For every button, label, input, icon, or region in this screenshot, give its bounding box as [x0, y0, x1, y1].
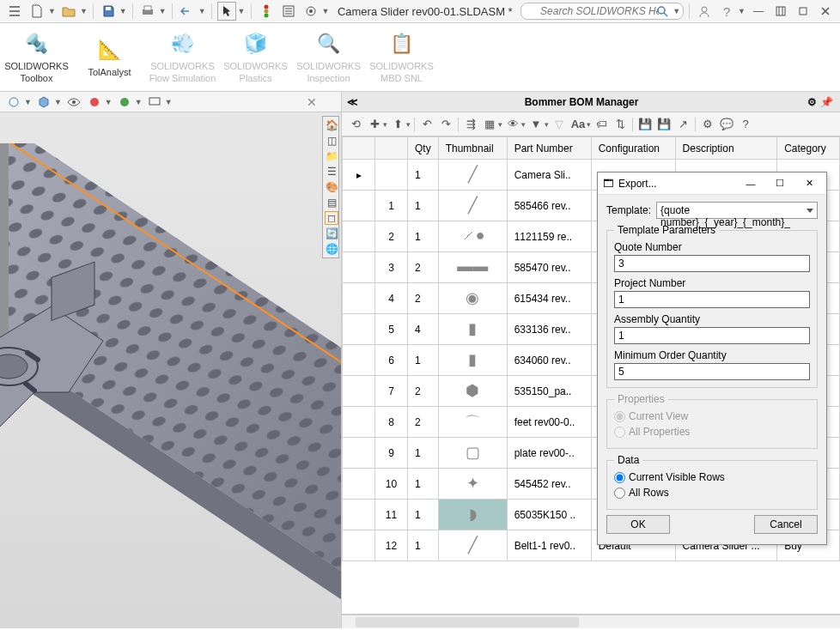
expand-cell[interactable]	[343, 438, 375, 469]
qty-cell[interactable]: 1	[408, 221, 439, 252]
3d-model[interactable]	[0, 143, 341, 624]
expand-cell[interactable]	[343, 500, 375, 530]
ribbon-item[interactable]: 🧊SOLIDWORKS Plastics	[219, 27, 292, 87]
restore-icon[interactable]	[771, 2, 790, 21]
add-icon[interactable]: ✚	[366, 116, 383, 133]
thumbnail-cell[interactable]: ⟋●	[438, 221, 507, 252]
clear-filter-icon[interactable]: ▽	[551, 116, 568, 133]
qty-cell[interactable]: 1	[408, 438, 439, 469]
eye-icon[interactable]	[65, 94, 82, 110]
min-order-qty-input[interactable]	[614, 363, 810, 380]
qty-cell[interactable]: 2	[408, 407, 439, 438]
thumbnail-cell[interactable]: ◉	[438, 283, 507, 314]
new-doc-icon[interactable]	[27, 2, 46, 21]
part-number-cell[interactable]: 535150_pa..	[507, 376, 591, 407]
export-icon[interactable]: ⬆	[389, 116, 406, 133]
undo-icon[interactable]	[178, 2, 197, 21]
dropdown-icon[interactable]: ▼	[48, 7, 56, 15]
dialog-close-icon[interactable]: ✕	[797, 174, 821, 193]
ribbon-item[interactable]: 🔍SOLIDWORKS Inspection	[292, 27, 365, 87]
qty-cell[interactable]: 1	[408, 160, 439, 191]
part-number-cell[interactable]: 634060 rev..	[507, 345, 591, 376]
qty-cell[interactable]: 4	[408, 314, 439, 345]
dropdown-icon[interactable]: ▼	[119, 7, 127, 15]
save-icon[interactable]: 💾	[636, 116, 654, 133]
part-number-cell[interactable]: 65035K150 ..	[507, 500, 591, 530]
chat-icon[interactable]: 💬	[718, 116, 735, 133]
column-header[interactable]: Part Number	[507, 137, 591, 160]
column-header[interactable]: Qty	[408, 137, 439, 160]
save-all-icon[interactable]: 💾	[655, 116, 673, 133]
select-icon[interactable]	[217, 2, 236, 21]
qty-cell[interactable]: 1	[408, 530, 439, 561]
expand-cell[interactable]	[343, 191, 375, 221]
expand-cell[interactable]	[343, 469, 375, 500]
thumbnail-cell[interactable]: ✦	[438, 469, 507, 500]
traffic-light-icon[interactable]	[257, 2, 276, 21]
thumbnail-cell[interactable]: ▮	[438, 345, 507, 376]
undo-icon[interactable]: ↶	[418, 116, 435, 133]
dropdown-icon[interactable]: ▼	[738, 7, 746, 15]
open-icon[interactable]	[59, 2, 78, 21]
qty-cell[interactable]: 1	[408, 469, 439, 500]
viewport-close-icon[interactable]: ✕	[307, 95, 317, 109]
grid-icon[interactable]: ▦	[481, 116, 498, 133]
share-icon[interactable]: ↗	[674, 116, 691, 133]
expand-cell[interactable]	[343, 345, 375, 376]
ribbon-item[interactable]: 💨SOLIDWORKS Flow Simulation	[146, 27, 219, 87]
expand-cell[interactable]	[343, 283, 375, 314]
sort-icon[interactable]: ⇅	[612, 116, 629, 133]
redo-icon[interactable]: ↷	[437, 116, 454, 133]
help-icon[interactable]: ?	[717, 2, 736, 21]
print-icon[interactable]	[138, 2, 157, 21]
assembly-qty-input[interactable]	[614, 327, 810, 344]
thumbnail-cell[interactable]: ╱	[438, 191, 507, 221]
menu-icon[interactable]	[5, 2, 24, 21]
part-number-cell[interactable]: plate rev00-..	[507, 438, 591, 469]
visible-rows-radio[interactable]	[614, 472, 625, 483]
tree-icon[interactable]: ⇶	[462, 116, 479, 133]
thumbnail-cell[interactable]: ▮	[438, 314, 507, 345]
column-header[interactable]: Configuration	[591, 137, 675, 160]
quote-number-input[interactable]	[614, 255, 810, 272]
qty-cell[interactable]: 2	[408, 283, 439, 314]
expand-cell[interactable]	[343, 407, 375, 438]
qty-cell[interactable]: 2	[408, 252, 439, 283]
cancel-button[interactable]: Cancel	[754, 515, 818, 534]
ribbon-item[interactable]: 📋SOLIDWORKS MBD SNL	[365, 27, 438, 87]
search-icon[interactable]	[656, 5, 668, 17]
help-icon[interactable]: ?	[737, 116, 754, 133]
part-number-cell[interactable]: Belt1-1 rev0..	[507, 530, 591, 561]
settings-icon[interactable]: ⚙	[699, 116, 716, 133]
part-number-cell[interactable]: feet rev00-0..	[507, 407, 591, 438]
minimize-icon[interactable]: —	[749, 2, 768, 21]
qty-cell[interactable]: 2	[408, 376, 439, 407]
scene-icon[interactable]	[116, 94, 133, 110]
part-number-cell[interactable]: 585470 rev..	[507, 252, 591, 283]
user-icon[interactable]	[695, 2, 714, 21]
thumbnail-cell[interactable]: ◗	[438, 500, 507, 530]
ribbon-item[interactable]: 🔩SOLIDWORKS Toolbox	[0, 27, 73, 87]
settings-icon[interactable]	[301, 2, 320, 21]
close-icon[interactable]	[816, 2, 835, 21]
qty-cell[interactable]: 1	[408, 191, 439, 221]
part-number-cell[interactable]: 615434 rev..	[507, 283, 591, 314]
cube-icon[interactable]	[35, 94, 52, 110]
gear-icon[interactable]: ⚙	[807, 96, 817, 108]
pin-icon[interactable]: 📌	[820, 96, 833, 108]
dropdown-icon[interactable]: ▼	[322, 7, 330, 15]
part-number-cell[interactable]: 545452 rev..	[507, 469, 591, 500]
part-number-cell[interactable]: 633136 rev..	[507, 314, 591, 345]
options-icon[interactable]	[279, 2, 298, 21]
all-rows-radio[interactable]	[614, 488, 625, 499]
column-header[interactable]: Category	[777, 137, 840, 160]
part-number-cell[interactable]: 1121159 re..	[507, 221, 591, 252]
thumbnail-cell[interactable]: ⌒	[438, 407, 507, 438]
project-number-input[interactable]	[614, 291, 810, 308]
qty-cell[interactable]: 1	[408, 500, 439, 530]
expand-cell[interactable]	[343, 252, 375, 283]
save-icon[interactable]	[99, 2, 118, 21]
part-number-cell[interactable]: 585466 rev..	[507, 191, 591, 221]
thumbnail-cell[interactable]: ╱	[438, 160, 507, 191]
display-icon[interactable]	[146, 94, 163, 110]
